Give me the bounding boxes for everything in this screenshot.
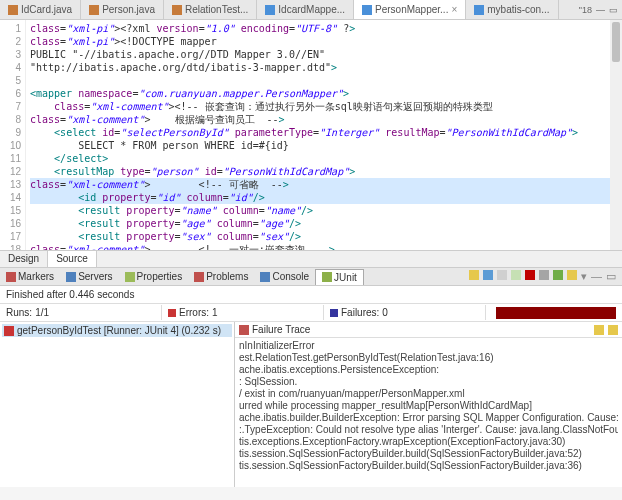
editor-tab-bar: IdCard.java Person.java RelationTest... … xyxy=(0,0,622,20)
java-icon xyxy=(172,5,182,15)
vertical-scrollbar[interactable] xyxy=(610,20,622,250)
maximize-view-icon[interactable]: ▭ xyxy=(606,270,616,283)
junit-tab[interactable]: JUnit xyxy=(315,269,364,285)
tab-relationtest[interactable]: RelationTest... xyxy=(164,0,257,19)
toolbar-icon[interactable] xyxy=(567,270,577,280)
design-tab[interactable]: Design xyxy=(0,251,48,267)
errors-stat: Errors: 1 xyxy=(162,305,324,320)
toolbar-icon[interactable] xyxy=(497,270,507,280)
bottom-view-tabs: Markers Servers Properties Problems Cons… xyxy=(0,268,622,286)
tab-idcardmapper[interactable]: IdcardMappe... xyxy=(257,0,354,19)
markers-icon xyxy=(6,272,16,282)
xml-icon xyxy=(265,5,275,15)
trace-line[interactable]: ache.ibatis.builder.BuilderException: Er… xyxy=(239,412,618,424)
failure-trace-header: Failure Trace xyxy=(235,322,622,338)
trace-line[interactable]: urred while processing mapper_resultMap[… xyxy=(239,400,618,412)
tab-mybatis-con[interactable]: mybatis-con... xyxy=(466,0,558,19)
editor[interactable]: 123456789101112131415161718192021 class=… xyxy=(0,20,622,250)
trace-line[interactable]: :.TypeException: Could not resolve type … xyxy=(239,424,618,436)
error-icon xyxy=(168,309,176,317)
toolbar-icon[interactable] xyxy=(483,270,493,280)
trace-line[interactable]: nInInitializerError xyxy=(239,340,618,352)
properties-icon xyxy=(125,272,135,282)
progress-bar xyxy=(486,305,622,321)
trace-line[interactable]: : SqlSession. xyxy=(239,376,618,388)
problems-tab[interactable]: Problems xyxy=(188,269,254,284)
failures-stat: Failures: 0 xyxy=(324,305,486,320)
failure-trace-icon xyxy=(239,325,249,335)
toolbar-icon[interactable] xyxy=(511,270,521,280)
tab-person-java[interactable]: Person.java xyxy=(81,0,164,19)
editor-mode-selector: Design Source xyxy=(0,250,622,268)
scrollbar-thumb[interactable] xyxy=(612,22,620,62)
junit-stats: Runs: 1/1 Errors: 1 Failures: 0 xyxy=(0,304,622,322)
java-icon xyxy=(89,5,99,15)
junit-status: Finished after 0.446 seconds xyxy=(0,286,622,304)
minimize-icon[interactable]: — xyxy=(596,5,605,15)
java-icon xyxy=(8,5,18,15)
progress-bar-fill xyxy=(496,307,616,319)
xml-icon xyxy=(362,5,372,15)
compare-icon[interactable] xyxy=(594,325,604,335)
toolbar-icon[interactable] xyxy=(525,270,535,280)
tab-personmapper[interactable]: PersonMapper... × xyxy=(354,0,466,19)
failure-icon xyxy=(330,309,338,317)
code-area[interactable]: class="xml-pi"><?xml version="1.0" encod… xyxy=(26,20,622,250)
markers-tab[interactable]: Markers xyxy=(0,269,60,284)
xml-icon xyxy=(474,5,484,15)
trace-line[interactable]: tis.session.SqlSessionFactoryBuilder.bui… xyxy=(239,448,618,460)
junit-body: getPersonByIdTest [Runner: JUnit 4] (0.2… xyxy=(0,322,622,487)
test-tree[interactable]: getPersonByIdTest [Runner: JUnit 4] (0.2… xyxy=(0,322,235,487)
trace-line[interactable]: tis.session.SqlSessionFactoryBuilder.bui… xyxy=(239,460,618,472)
maximize-icon[interactable]: ▭ xyxy=(609,5,618,15)
source-tab[interactable]: Source xyxy=(48,251,97,267)
failure-trace-panel: Failure Trace nInInitializerErrorest.Rel… xyxy=(235,322,622,487)
view-menu-icon[interactable]: ▾ xyxy=(581,270,587,283)
trace-line[interactable]: tis.exceptions.ExceptionFactory.wrapExce… xyxy=(239,436,618,448)
junit-panel: Finished after 0.446 seconds Runs: 1/1 E… xyxy=(0,286,622,487)
console-tab[interactable]: Console xyxy=(254,269,315,284)
filter-icon[interactable] xyxy=(608,325,618,335)
trace-line[interactable]: / exist in com/ruanyuan/mapper/PersonMap… xyxy=(239,388,618,400)
toolbar-icon[interactable] xyxy=(553,270,563,280)
test-error-icon xyxy=(4,326,14,336)
minimize-view-icon[interactable]: — xyxy=(591,270,602,283)
test-item[interactable]: getPersonByIdTest [Runner: JUnit 4] (0.2… xyxy=(2,324,232,337)
console-icon xyxy=(260,272,270,282)
problems-icon xyxy=(194,272,204,282)
junit-icon xyxy=(322,272,332,282)
tab-idcard-java[interactable]: IdCard.java xyxy=(0,0,81,19)
runs-stat: Runs: 1/1 xyxy=(0,305,162,320)
close-icon[interactable]: × xyxy=(451,4,457,15)
trace-line[interactable]: est.RelationTest.getPersonByIdTest(Relat… xyxy=(239,352,618,364)
failure-trace-body[interactable]: nInInitializerErrorest.RelationTest.getP… xyxy=(235,338,622,487)
trace-line[interactable]: ache.ibatis.exceptions.PersistenceExcept… xyxy=(239,364,618,376)
toolbar-icon[interactable] xyxy=(469,270,479,280)
view-toolbar: ▾ — ▭ xyxy=(469,270,622,283)
servers-icon xyxy=(66,272,76,282)
toolbar-icon[interactable] xyxy=(539,270,549,280)
editor-window-controls: "18 — ▭ xyxy=(579,0,622,19)
line-gutter: 123456789101112131415161718192021 xyxy=(0,20,26,250)
properties-tab[interactable]: Properties xyxy=(119,269,189,284)
servers-tab[interactable]: Servers xyxy=(60,269,118,284)
